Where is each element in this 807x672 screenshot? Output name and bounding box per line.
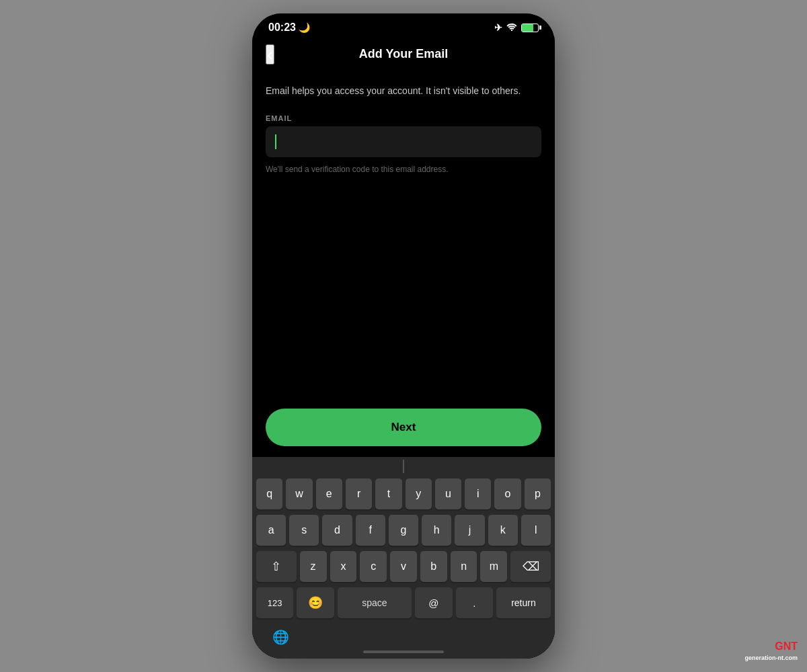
back-button[interactable]: ‹ [266, 44, 274, 65]
emoji-key[interactable]: 😊 [297, 587, 334, 618]
home-indicator [363, 650, 444, 653]
key-w[interactable]: w [286, 478, 312, 509]
keyboard-row-1: q w e r t y u i o p [256, 478, 551, 509]
key-m[interactable]: m [480, 551, 507, 582]
shift-key[interactable]: ⇧ [256, 551, 297, 582]
keyboard-row-3: ⇧ z x c v b n m ⌫ [256, 551, 551, 582]
watermark: GNT generation-nt.com [744, 640, 798, 663]
status-bar: 00:23 🌙 ✈ [252, 13, 555, 38]
next-button[interactable]: Next [266, 409, 541, 446]
key-c[interactable]: c [360, 551, 387, 582]
key-o[interactable]: o [494, 478, 521, 509]
keyboard-row-2: a s d f g h j k l [256, 515, 551, 546]
key-s[interactable]: s [289, 515, 319, 546]
status-right: ✈ [494, 22, 539, 33]
key-h[interactable]: h [422, 515, 451, 546]
keyboard-row-4: 123 😊 space @ . return [256, 587, 551, 618]
status-time: 00:23 [268, 22, 296, 34]
key-z[interactable]: z [300, 551, 327, 582]
key-a[interactable]: a [256, 515, 286, 546]
key-y[interactable]: y [406, 478, 432, 509]
key-q[interactable]: q [256, 478, 282, 509]
space-key[interactable]: space [338, 587, 412, 618]
key-j[interactable]: j [455, 515, 484, 546]
key-n[interactable]: n [451, 551, 477, 582]
moon-icon: 🌙 [299, 22, 310, 33]
key-123[interactable]: 123 [256, 587, 293, 618]
key-k[interactable]: k [488, 515, 518, 546]
svg-point-0 [511, 30, 512, 31]
airplane-icon: ✈ [494, 22, 502, 33]
form-section: Email helps you access your account. It … [252, 71, 555, 457]
keyboard-rows: q w e r t y u i o p a s d f g [252, 476, 555, 625]
key-i[interactable]: i [465, 478, 491, 509]
email-input-wrapper[interactable] [266, 126, 541, 157]
wifi-icon [506, 22, 517, 33]
email-label: EMAIL [266, 114, 541, 122]
bottom-bar: 🌐 [252, 625, 555, 650]
hint-text: We'll send a verification code to this e… [266, 164, 541, 175]
key-p[interactable]: p [525, 478, 551, 509]
page-title: Add Your Email [359, 47, 448, 61]
dot-key[interactable]: . [456, 587, 493, 618]
key-u[interactable]: u [435, 478, 461, 509]
app-content: ‹ Add Your Email Email helps you access … [252, 38, 555, 659]
description-text: Email helps you access your account. It … [266, 84, 541, 98]
delete-key[interactable]: ⌫ [510, 551, 551, 582]
battery-icon [521, 24, 539, 32]
spacer [266, 175, 541, 409]
key-e[interactable]: e [316, 478, 342, 509]
at-key[interactable]: @ [415, 587, 452, 618]
key-d[interactable]: d [322, 515, 352, 546]
key-x[interactable]: x [330, 551, 357, 582]
key-b[interactable]: b [420, 551, 447, 582]
email-field-group: EMAIL We'll send a verification code to … [266, 114, 541, 175]
status-left: 00:23 🌙 [268, 22, 310, 34]
header: ‹ Add Your Email [252, 38, 555, 71]
key-t[interactable]: t [375, 478, 401, 509]
globe-icon[interactable]: 🌐 [272, 629, 289, 645]
keyboard-separator [403, 460, 404, 473]
keyboard-section: q w e r t y u i o p a s d f g [252, 457, 555, 659]
key-g[interactable]: g [389, 515, 418, 546]
key-l[interactable]: l [521, 515, 551, 546]
phone-frame: 00:23 🌙 ✈ ‹ Add Your Email [252, 13, 555, 659]
key-r[interactable]: r [346, 478, 372, 509]
key-v[interactable]: v [390, 551, 417, 582]
key-f[interactable]: f [356, 515, 385, 546]
return-key[interactable]: return [496, 587, 551, 618]
text-cursor [275, 134, 276, 149]
